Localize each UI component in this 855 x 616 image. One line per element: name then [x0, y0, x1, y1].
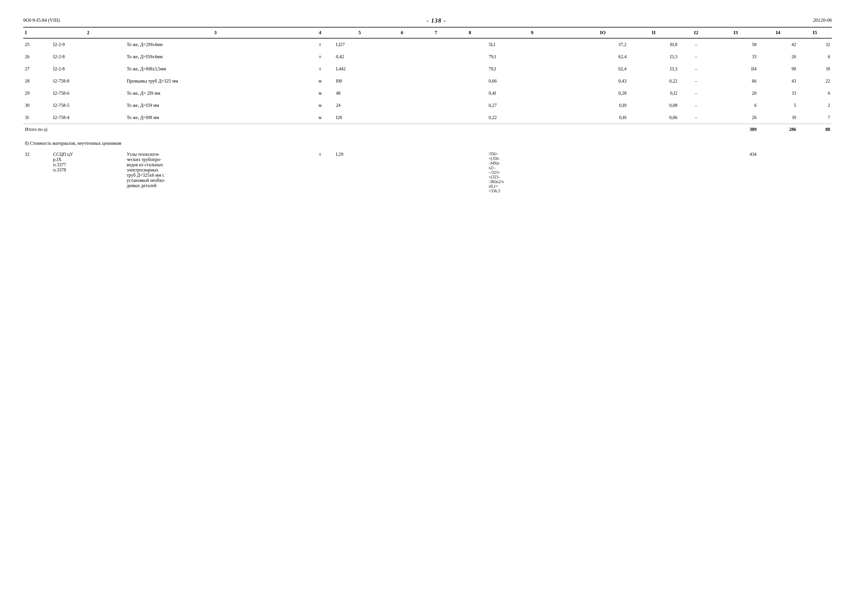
cell-7-c7	[419, 112, 453, 124]
cell-3-c15: I9	[798, 63, 832, 75]
cell-2-c15: 6	[798, 51, 832, 63]
cell-7-c3: То же, Д=I08 мм	[125, 112, 306, 124]
cell-5-c7	[419, 87, 453, 99]
cell-32-c2: ССЦП цУр.IXп.3377п.3378	[52, 148, 125, 197]
col-header-3: 3	[125, 27, 306, 38]
cell-5-c5: 48	[334, 87, 385, 99]
cell-3-c5: I,442	[334, 63, 385, 75]
col-header-7: 7	[419, 27, 453, 38]
cell-6-c1: 30	[23, 99, 52, 112]
cell-32-c13: 434	[713, 148, 758, 197]
cell-32-c10	[577, 148, 628, 197]
cell-5-c13: 20	[713, 87, 758, 99]
table-row: 3II2-758-4То же, Д=I08 мммI200,220,I60,0…	[23, 112, 832, 124]
itogo-c15: 88	[798, 124, 832, 136]
cell-1-c9: 5I,I	[487, 38, 577, 51]
cell-5-c9: 0,4I	[487, 87, 577, 99]
col-header-4: 4	[306, 27, 334, 38]
cell-6-c10: 0,I9	[577, 99, 628, 112]
cell-7-c13: 26	[713, 112, 758, 124]
col-header-2: 2	[52, 27, 125, 38]
cell-2-c7	[419, 51, 453, 63]
cell-1-c1: 25	[23, 38, 52, 51]
itogo-label: Итого по а)	[23, 124, 713, 136]
cell-2-c12: –	[679, 51, 713, 63]
cell-5-c8	[453, 87, 487, 99]
row-32: 32ССЦП цУр.IXп.3377п.3378Узлы технологи-…	[23, 148, 832, 197]
cell-32-c6	[385, 148, 419, 197]
cell-1-c12: –	[679, 38, 713, 51]
cell-4-c15: 22	[798, 75, 832, 87]
cell-1-c7	[419, 38, 453, 51]
cell-3-c13: II4	[713, 63, 758, 75]
cell-6-c9: 0,27	[487, 99, 577, 112]
cell-1-c4: т	[306, 38, 334, 51]
cell-7-c15: 7	[798, 112, 832, 124]
cell-4-c8	[453, 75, 487, 87]
table-body: 25I2-2-9То же, Д=2I9х4ммтI,I275I,I37,2I0…	[23, 38, 832, 197]
cell-1-c8	[453, 38, 487, 51]
cell-2-c9: 79,I	[487, 51, 577, 63]
cell-32-c5: I,29	[334, 148, 385, 197]
cell-1-c11: I0,8	[628, 38, 679, 51]
cell-5-c2: I2-758-6	[52, 87, 125, 99]
cell-2-c2: I2-2-8	[52, 51, 125, 63]
cell-2-c11: I3,3	[628, 51, 679, 63]
cell-7-c1: 3I	[23, 112, 52, 124]
cell-1-c14: 42	[758, 38, 798, 51]
col-header-5: 5	[334, 27, 385, 38]
cell-7-c10: 0,I6	[577, 112, 628, 124]
cell-7-c9: 0,22	[487, 112, 577, 124]
cell-5-c1: 29	[23, 87, 52, 99]
cell-1-c2: I2-2-9	[52, 38, 125, 51]
header-right: 20120-06	[813, 17, 832, 23]
cell-2-c10: 62,4	[577, 51, 628, 63]
cell-6-c6	[385, 99, 419, 112]
cell-4-c6	[385, 75, 419, 87]
table-row: 26I2-2-8То же, Д=I59х4ммт0,4279,I62,4I3,…	[23, 51, 832, 63]
cell-32-c7	[419, 148, 453, 197]
cell-7-c8	[453, 112, 487, 124]
cell-4-c12: –	[679, 75, 713, 87]
itogo-c13: 389	[713, 124, 758, 136]
cell-6-c13: 6	[713, 99, 758, 112]
col-header-15: I5	[798, 27, 832, 38]
cell-3-c3: То же, Д=I08х3,5мм	[125, 63, 306, 75]
cell-32-c1: 32	[23, 148, 52, 197]
cell-2-c1: 26	[23, 51, 52, 63]
cell-4-c14: 43	[758, 75, 798, 87]
cell-7-c4: м	[306, 112, 334, 124]
table-row: 30I2-758-5То же, Д=I59 ммм240,270,I90,08…	[23, 99, 832, 112]
cell-32-c3: Узлы технологи-ческих трубопро-водов из …	[125, 148, 306, 197]
col-header-9: 9	[487, 27, 577, 38]
cell-1-c6	[385, 38, 419, 51]
col-header-10: IO	[577, 27, 628, 38]
cell-4-c4: м	[306, 75, 334, 87]
cell-3-c10: 62,4	[577, 63, 628, 75]
cell-32-c8	[453, 148, 487, 197]
cell-6-c11: 0,08	[628, 99, 679, 112]
cell-2-c13: 33	[713, 51, 758, 63]
cell-2-c6	[385, 51, 419, 63]
cell-5-c4: м	[306, 87, 334, 99]
cell-6-c3: То же, Д=I59 мм	[125, 99, 306, 112]
col-header-14: I4	[758, 27, 798, 38]
cell-7-c2: I2-758-4	[52, 112, 125, 124]
col-header-1: I	[23, 27, 52, 38]
col-header-11: II	[628, 27, 679, 38]
cell-7-c5: I20	[334, 112, 385, 124]
section-b-row: б) Стоимость материалов, неучтенных ценн…	[23, 136, 832, 148]
col-header-12: I2	[679, 27, 713, 38]
cell-4-c7	[419, 75, 453, 87]
cell-5-c10: 0,28	[577, 87, 628, 99]
main-table: I 2 3 4 5 6 7 8 9 IO II I2 I3 I4 I5 25I2…	[23, 27, 832, 197]
cell-4-c11: 0,22	[628, 75, 679, 87]
cell-2-c3: То же, Д=I59х4мм	[125, 51, 306, 63]
table-row: 27I2-2-8То же, Д=I08х3,5ммтI,44279,I62,4…	[23, 63, 832, 75]
cell-3-c9: 79,I	[487, 63, 577, 75]
cell-32-c11	[628, 148, 679, 197]
header-center: - 138 -	[427, 17, 446, 24]
page-header: 9OI-9-I5.84 (VIII) - 138 - 20120-06	[23, 17, 832, 24]
cell-6-c15: 2	[798, 99, 832, 112]
cell-32-c15	[798, 148, 832, 197]
